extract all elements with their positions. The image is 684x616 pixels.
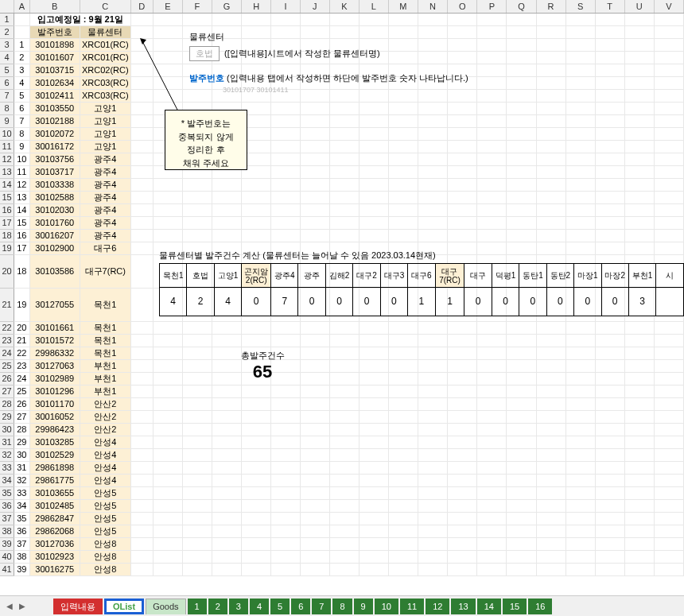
row-header[interactable]: 40 — [0, 550, 14, 563]
cell[interactable]: 안성8 — [80, 537, 130, 550]
row-header[interactable]: 25 — [0, 359, 14, 372]
row-header[interactable]: 22 — [0, 321, 14, 334]
cell[interactable]: XRC03(RC) — [80, 89, 130, 102]
col-header[interactable]: I — [271, 0, 301, 13]
cell[interactable]: 14 — [14, 203, 30, 216]
cell[interactable]: 7 — [14, 114, 30, 127]
cell[interactable]: 21 — [14, 334, 30, 347]
col-header[interactable]: Q — [507, 0, 536, 13]
col-header[interactable]: J — [300, 0, 329, 13]
cell[interactable]: 30101898 — [29, 38, 80, 51]
cell[interactable]: 30101296 — [29, 385, 80, 397]
row-header[interactable]: 14 — [0, 178, 14, 191]
col-header[interactable]: N — [418, 0, 448, 13]
cell[interactable]: 30103338 — [29, 178, 80, 191]
cell[interactable]: 30016172 — [29, 140, 80, 153]
cell[interactable]: 30103586 — [29, 254, 80, 288]
cell[interactable]: 4 — [14, 76, 30, 89]
cell[interactable]: 안성4 — [80, 448, 130, 461]
col-header[interactable]: M — [388, 0, 418, 13]
cell[interactable]: 5 — [14, 89, 30, 102]
cell[interactable]: 광주4 — [80, 229, 130, 242]
row-header[interactable]: 3 — [0, 38, 14, 51]
row-header[interactable]: 9 — [0, 114, 14, 127]
cell[interactable]: XRC02(RC) — [80, 64, 130, 76]
cell[interactable]: 16 — [14, 229, 30, 242]
col-header[interactable]: F — [182, 0, 212, 13]
cell[interactable]: 15 — [14, 216, 30, 229]
row-header[interactable]: 12 — [0, 153, 14, 165]
col-header[interactable] — [0, 0, 14, 13]
cell[interactable]: 30 — [14, 448, 30, 461]
cell[interactable]: 안산2 — [80, 397, 130, 410]
row-header[interactable]: 27 — [0, 385, 14, 397]
cell[interactable]: 목천1 — [80, 334, 130, 347]
cell[interactable]: 29 — [14, 436, 30, 448]
cell[interactable]: 안성5 — [80, 486, 130, 499]
row-header[interactable]: 10 — [0, 127, 14, 140]
cell[interactable]: 34 — [14, 499, 30, 512]
cell[interactable]: 30102900 — [29, 242, 80, 254]
cell[interactable]: 대구7(RC) — [80, 254, 130, 288]
cell[interactable]: 30103550 — [29, 102, 80, 114]
cell[interactable]: 30102989 — [29, 372, 80, 385]
row-header[interactable]: 31 — [0, 436, 14, 448]
row-header[interactable]: 24 — [0, 347, 14, 359]
row-header[interactable]: 5 — [0, 64, 14, 76]
cell[interactable]: 38 — [14, 550, 30, 563]
row-header[interactable]: 33 — [0, 461, 14, 474]
cell[interactable]: 2 — [14, 51, 30, 64]
cell[interactable]: 31 — [14, 461, 30, 474]
cell[interactable]: 30103285 — [29, 436, 80, 448]
cell[interactable] — [14, 13, 30, 25]
row-header[interactable]: 2 — [0, 25, 14, 38]
cell[interactable]: 12 — [14, 178, 30, 191]
cell[interactable]: 광주4 — [80, 216, 130, 229]
row-header[interactable]: 6 — [0, 76, 14, 89]
cell[interactable]: 25 — [14, 385, 30, 397]
row-header[interactable]: 38 — [0, 525, 14, 537]
cell[interactable]: 30102072 — [29, 127, 80, 140]
cell[interactable]: 6 — [14, 102, 30, 114]
col-header[interactable]: T — [595, 0, 624, 13]
col-header[interactable]: A — [14, 0, 30, 13]
cell[interactable]: 30016052 — [29, 410, 80, 423]
cell[interactable]: 입고예정일 : 9월 21일 — [29, 13, 130, 25]
cell[interactable]: 30101607 — [29, 51, 80, 64]
cell[interactable]: 부천1 — [80, 372, 130, 385]
cell[interactable]: 안성8 — [80, 550, 130, 563]
cell[interactable]: 광주4 — [80, 191, 130, 203]
row-header[interactable]: 36 — [0, 499, 14, 512]
row-header[interactable]: 13 — [0, 165, 14, 178]
col-header[interactable]: K — [329, 0, 359, 13]
cell[interactable]: XRC01(RC) — [80, 38, 130, 51]
row-header[interactable]: 37 — [0, 512, 14, 525]
cell[interactable]: 30102030 — [29, 203, 80, 216]
row-header[interactable]: 28 — [0, 397, 14, 410]
cell[interactable]: 11 — [14, 165, 30, 178]
col-header[interactable]: R — [536, 0, 565, 13]
cell[interactable]: 목천1 — [80, 321, 130, 334]
cell[interactable]: 36 — [14, 525, 30, 537]
cell[interactable]: 30127055 — [29, 288, 80, 321]
cell[interactable]: 13 — [14, 191, 30, 203]
cell[interactable] — [14, 25, 30, 38]
cell[interactable]: 27 — [14, 410, 30, 423]
row-header[interactable]: 26 — [0, 372, 14, 385]
col-header[interactable]: G — [212, 0, 241, 13]
cell[interactable]: 30102529 — [29, 448, 80, 461]
row-header[interactable]: 21 — [0, 288, 14, 321]
cell[interactable]: 30127063 — [29, 359, 80, 372]
cell[interactable]: 24 — [14, 372, 30, 385]
cell[interactable]: 안성5 — [80, 499, 130, 512]
cell[interactable]: 30103756 — [29, 153, 80, 165]
cell[interactable]: 30103655 — [29, 486, 80, 499]
cell[interactable]: 39 — [14, 563, 30, 575]
cell[interactable]: 17 — [14, 242, 30, 254]
cell[interactable]: 광주4 — [80, 203, 130, 216]
cell[interactable]: 29986332 — [29, 347, 80, 359]
row-header[interactable]: 16 — [0, 203, 14, 216]
row-header[interactable]: 15 — [0, 191, 14, 203]
cell[interactable]: 30102188 — [29, 114, 80, 127]
cell[interactable]: 광주4 — [80, 178, 130, 191]
